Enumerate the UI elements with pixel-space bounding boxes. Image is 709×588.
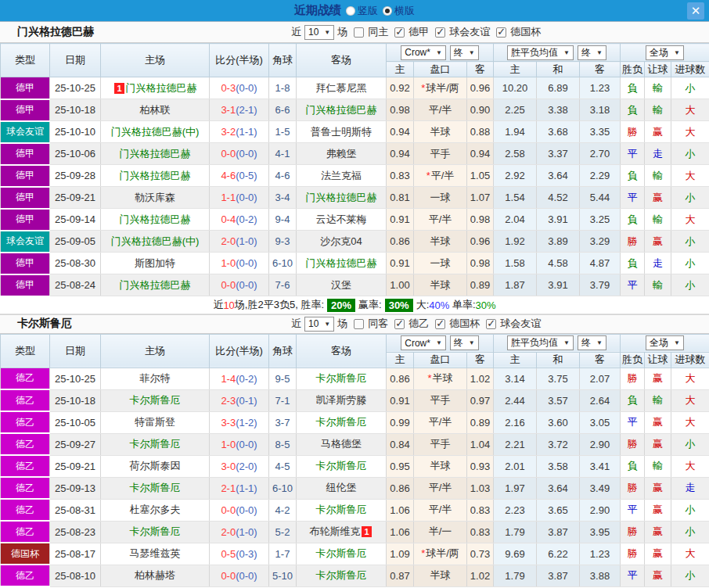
sub-away-odds: 客 (467, 352, 494, 368)
handicap-text: 半球 (433, 372, 453, 384)
home-team-name: 菲尔特 (140, 372, 171, 384)
sub-avg-home: 主 (494, 352, 537, 368)
match-date: 25-08-10 (50, 565, 101, 586)
home-odds: 0.94 (387, 121, 414, 143)
away-team-cell: 卡尔斯鲁厄 (297, 499, 387, 521)
same-away-label: 同客 (368, 317, 388, 331)
league3-checkbox[interactable] (496, 27, 506, 38)
score-cell: 3-2(1-1) (210, 121, 269, 143)
corner-count: 4-6 (269, 165, 297, 187)
final-avg-select[interactable]: 终▼ (578, 45, 606, 60)
handicap-text: 平/半 (429, 104, 452, 116)
away-odds: 0.73 (467, 543, 494, 565)
away-team-name: 卡尔斯鲁厄 (316, 416, 367, 428)
league-tag: 德乙 (1, 411, 50, 433)
league-tag: 德乙 (1, 368, 50, 389)
radio-vertical-icon[interactable] (346, 6, 355, 16)
result-flag: 平 (621, 143, 645, 165)
away-odds: 0.83 (467, 521, 494, 543)
avg-select[interactable]: 胜平负均值▼ (507, 335, 574, 350)
avg-away: 3.18 (580, 99, 621, 121)
goals-flag: 小 (671, 565, 709, 586)
avg-draw: 3.87 (537, 521, 580, 543)
match-row: 德乙 25-09-21 荷尔斯泰因 3-0(2-0) 4-5 卡尔斯鲁厄 0.9… (1, 455, 709, 477)
avg-home: 1.79 (494, 521, 537, 543)
goals-flag: 大 (671, 368, 709, 389)
home-team-name: 卡尔斯鲁厄 (130, 482, 181, 493)
halftime-score: (0-0) (236, 504, 257, 516)
home-team-name: 特雷斯登 (135, 416, 175, 428)
handicap-text: 平/半 (429, 504, 452, 515)
result-flag: 負 (621, 389, 645, 411)
corner-count: 7-6 (269, 274, 297, 296)
same-away-checkbox[interactable] (354, 319, 364, 329)
league1-checkbox[interactable] (394, 27, 405, 38)
avg-select[interactable]: 胜平负均值▼ (507, 45, 574, 60)
result-flag: 負 (621, 455, 645, 477)
match-count-select[interactable]: 10▼ (304, 25, 334, 40)
close-icon[interactable]: ✕ (687, 2, 704, 20)
league3-checkbox[interactable] (486, 319, 496, 329)
bookmaker-select[interactable]: Crow*▼ (401, 45, 446, 60)
handicap-result-flag: 赢 (645, 477, 671, 499)
score-cell: 3-0(2-0) (210, 455, 269, 477)
sub-avg-draw: 和 (537, 62, 580, 77)
avg-away: 5.44 (580, 187, 621, 209)
avg-home: 1.87 (494, 274, 537, 296)
odds-group-header: Crow*▼ 终▼ (387, 44, 494, 62)
summary-part: 10 (223, 299, 234, 311)
league2-checkbox[interactable] (435, 319, 445, 329)
same-home-checkbox[interactable] (354, 27, 364, 38)
score-cell: 1-1(0-0) (210, 187, 269, 209)
league1-checkbox[interactable] (394, 319, 405, 329)
layout-option-vertical[interactable]: 竖版 (346, 4, 378, 18)
red-card-badge: 1 (114, 83, 124, 94)
corner-count: 5-2 (269, 521, 297, 543)
bookmaker-select[interactable]: Crow*▼ (401, 335, 446, 350)
home-odds: 0.86 (387, 368, 414, 389)
home-odds: 1.06 (387, 521, 414, 543)
match-row: 德乙 25-10-05 特雷斯登 3-3(1-2) 3-7 卡尔斯鲁厄 0.99… (1, 411, 709, 433)
radio-horizontal-icon[interactable] (383, 6, 392, 16)
avg-home: 2.21 (494, 433, 537, 455)
home-team-cell: 柏林联 (101, 99, 210, 121)
chevron-down-icon: ▼ (563, 49, 570, 56)
result-flag: 負 (621, 253, 645, 274)
match-count-select[interactable]: 10▼ (304, 317, 334, 332)
final-odds-select[interactable]: 终▼ (450, 45, 479, 60)
home-team-cell: 卡尔斯鲁厄 (101, 433, 210, 455)
away-team-name: 卡尔斯鲁厄 (316, 569, 367, 581)
away-odds: 0.93 (467, 455, 494, 477)
home-team-name: 勒沃库森 (135, 192, 175, 203)
fulltime-select[interactable]: 全场▼ (646, 335, 684, 350)
match-date: 25-08-30 (50, 253, 101, 274)
fulltime-select[interactable]: 全场▼ (646, 45, 684, 60)
home-team-cell: 卡尔斯鲁厄 (101, 521, 210, 543)
fulltime-score: 0-0 (221, 279, 236, 291)
sub-avg-home: 主 (494, 62, 537, 77)
final-avg-select[interactable]: 终▼ (578, 335, 606, 350)
sub-handicap-result: 让球 (645, 352, 671, 368)
away-odds: 0.90 (467, 99, 494, 121)
league-tag: 德甲 (1, 274, 50, 296)
score-cell: 3-3(1-2) (210, 411, 269, 433)
handicap-text: 一球 (430, 192, 451, 203)
result-flag: 負 (621, 209, 645, 231)
match-row: 德甲 25-09-21 勒沃库森 1-1(0-0) 3-4 门兴格拉德巴赫 0.… (1, 187, 709, 209)
goals-flag: 大 (671, 389, 709, 411)
handicap-result-flag: 輸 (645, 455, 671, 477)
layout-option-horizontal[interactable]: 横版 (383, 4, 415, 18)
home-odds: 0.92 (387, 77, 414, 99)
avg-draw: 3.37 (537, 143, 580, 165)
handicap-cell: 平手 (414, 143, 467, 165)
score-cell: 4-6(0-5) (210, 165, 269, 187)
away-odds: 0.96 (467, 77, 494, 99)
avg-draw: 3.68 (537, 121, 580, 143)
corner-count: 7-1 (269, 389, 297, 411)
away-team-cell: 卡尔斯鲁厄 (297, 411, 387, 433)
handicap-cell: 平手 (414, 433, 467, 455)
halftime-score: (1-2) (236, 417, 257, 428)
corner-count: 5-10 (269, 565, 297, 586)
league2-checkbox[interactable] (435, 27, 445, 38)
final-odds-select[interactable]: 终▼ (450, 335, 479, 350)
